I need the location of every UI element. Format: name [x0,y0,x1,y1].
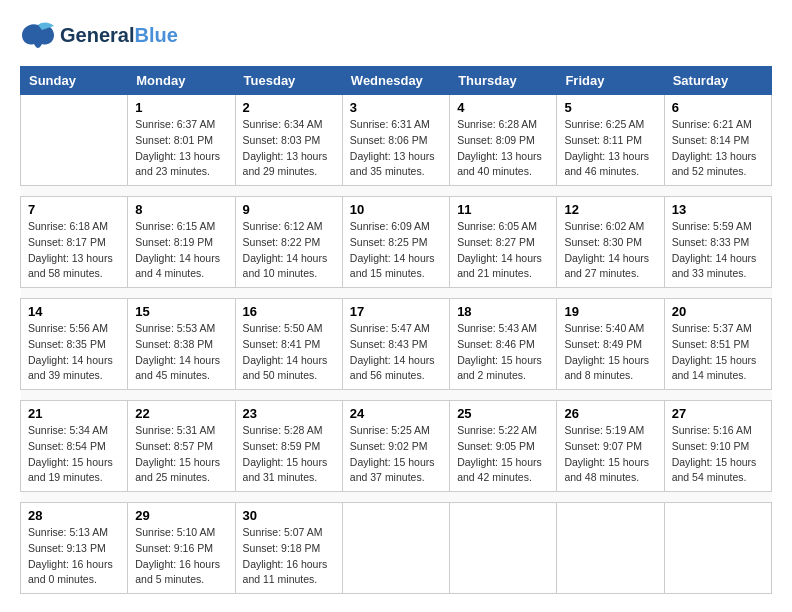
separator-cell [664,492,771,503]
day-number: 20 [672,304,764,319]
day-info: Sunrise: 5:40 AMSunset: 8:49 PMDaylight:… [564,321,656,384]
calendar-header-row: SundayMondayTuesdayWednesdayThursdayFrid… [21,67,772,95]
calendar-table: SundayMondayTuesdayWednesdayThursdayFrid… [20,66,772,594]
calendar-cell: 1Sunrise: 6:37 AMSunset: 8:01 PMDaylight… [128,95,235,186]
day-number: 19 [564,304,656,319]
day-info: Sunrise: 6:37 AMSunset: 8:01 PMDaylight:… [135,117,227,180]
separator-cell [664,186,771,197]
day-info: Sunrise: 5:22 AMSunset: 9:05 PMDaylight:… [457,423,549,486]
header-day-saturday: Saturday [664,67,771,95]
day-number: 15 [135,304,227,319]
day-number: 25 [457,406,549,421]
week-row-2: 7Sunrise: 6:18 AMSunset: 8:17 PMDaylight… [21,197,772,288]
week-separator [21,390,772,401]
separator-cell [664,288,771,299]
calendar-cell: 16Sunrise: 5:50 AMSunset: 8:41 PMDayligh… [235,299,342,390]
day-number: 14 [28,304,120,319]
separator-cell [128,492,235,503]
day-info: Sunrise: 5:16 AMSunset: 9:10 PMDaylight:… [672,423,764,486]
calendar-cell: 23Sunrise: 5:28 AMSunset: 8:59 PMDayligh… [235,401,342,492]
header-day-friday: Friday [557,67,664,95]
day-number: 2 [243,100,335,115]
calendar-cell: 6Sunrise: 6:21 AMSunset: 8:14 PMDaylight… [664,95,771,186]
separator-cell [450,492,557,503]
separator-cell [557,288,664,299]
day-info: Sunrise: 5:25 AMSunset: 9:02 PMDaylight:… [350,423,442,486]
day-info: Sunrise: 5:28 AMSunset: 8:59 PMDaylight:… [243,423,335,486]
day-info: Sunrise: 6:34 AMSunset: 8:03 PMDaylight:… [243,117,335,180]
day-info: Sunrise: 5:59 AMSunset: 8:33 PMDaylight:… [672,219,764,282]
week-separator [21,186,772,197]
day-info: Sunrise: 5:34 AMSunset: 8:54 PMDaylight:… [28,423,120,486]
calendar-cell: 12Sunrise: 6:02 AMSunset: 8:30 PMDayligh… [557,197,664,288]
day-number: 18 [457,304,549,319]
calendar-cell: 18Sunrise: 5:43 AMSunset: 8:46 PMDayligh… [450,299,557,390]
week-separator [21,492,772,503]
calendar-cell: 7Sunrise: 6:18 AMSunset: 8:17 PMDaylight… [21,197,128,288]
day-number: 27 [672,406,764,421]
day-number: 24 [350,406,442,421]
separator-cell [235,186,342,197]
day-number: 30 [243,508,335,523]
week-row-1: 1Sunrise: 6:37 AMSunset: 8:01 PMDaylight… [21,95,772,186]
calendar-cell: 25Sunrise: 5:22 AMSunset: 9:05 PMDayligh… [450,401,557,492]
day-info: Sunrise: 6:02 AMSunset: 8:30 PMDaylight:… [564,219,656,282]
calendar-cell: 14Sunrise: 5:56 AMSunset: 8:35 PMDayligh… [21,299,128,390]
calendar-cell: 5Sunrise: 6:25 AMSunset: 8:11 PMDaylight… [557,95,664,186]
calendar-cell: 19Sunrise: 5:40 AMSunset: 8:49 PMDayligh… [557,299,664,390]
day-info: Sunrise: 6:25 AMSunset: 8:11 PMDaylight:… [564,117,656,180]
day-number: 5 [564,100,656,115]
calendar-cell: 2Sunrise: 6:34 AMSunset: 8:03 PMDaylight… [235,95,342,186]
day-number: 4 [457,100,549,115]
day-number: 13 [672,202,764,217]
calendar-cell: 29Sunrise: 5:10 AMSunset: 9:16 PMDayligh… [128,503,235,594]
day-info: Sunrise: 6:15 AMSunset: 8:19 PMDaylight:… [135,219,227,282]
logo: GeneralBlue [20,20,178,50]
separator-cell [21,390,128,401]
day-info: Sunrise: 6:05 AMSunset: 8:27 PMDaylight:… [457,219,549,282]
day-info: Sunrise: 5:10 AMSunset: 9:16 PMDaylight:… [135,525,227,588]
separator-cell [235,492,342,503]
day-number: 8 [135,202,227,217]
calendar-cell [450,503,557,594]
separator-cell [128,288,235,299]
separator-cell [342,288,449,299]
separator-cell [21,288,128,299]
day-number: 1 [135,100,227,115]
calendar-cell: 10Sunrise: 6:09 AMSunset: 8:25 PMDayligh… [342,197,449,288]
day-number: 29 [135,508,227,523]
day-number: 3 [350,100,442,115]
header-day-thursday: Thursday [450,67,557,95]
header-day-tuesday: Tuesday [235,67,342,95]
separator-cell [235,288,342,299]
calendar-cell: 13Sunrise: 5:59 AMSunset: 8:33 PMDayligh… [664,197,771,288]
calendar-cell: 30Sunrise: 5:07 AMSunset: 9:18 PMDayligh… [235,503,342,594]
separator-cell [557,186,664,197]
separator-cell [21,492,128,503]
separator-cell [21,186,128,197]
calendar-cell: 27Sunrise: 5:16 AMSunset: 9:10 PMDayligh… [664,401,771,492]
day-number: 28 [28,508,120,523]
day-number: 21 [28,406,120,421]
header-day-wednesday: Wednesday [342,67,449,95]
day-number: 10 [350,202,442,217]
separator-cell [664,390,771,401]
header-day-sunday: Sunday [21,67,128,95]
calendar-cell: 8Sunrise: 6:15 AMSunset: 8:19 PMDaylight… [128,197,235,288]
day-info: Sunrise: 6:28 AMSunset: 8:09 PMDaylight:… [457,117,549,180]
calendar-cell: 4Sunrise: 6:28 AMSunset: 8:09 PMDaylight… [450,95,557,186]
page-header: GeneralBlue [20,20,772,50]
week-separator [21,288,772,299]
calendar-cell [342,503,449,594]
day-info: Sunrise: 6:09 AMSunset: 8:25 PMDaylight:… [350,219,442,282]
day-number: 12 [564,202,656,217]
calendar-cell [664,503,771,594]
week-row-3: 14Sunrise: 5:56 AMSunset: 8:35 PMDayligh… [21,299,772,390]
day-info: Sunrise: 5:56 AMSunset: 8:35 PMDaylight:… [28,321,120,384]
calendar-cell: 24Sunrise: 5:25 AMSunset: 9:02 PMDayligh… [342,401,449,492]
day-info: Sunrise: 5:43 AMSunset: 8:46 PMDaylight:… [457,321,549,384]
separator-cell [342,186,449,197]
calendar-cell [557,503,664,594]
day-info: Sunrise: 6:21 AMSunset: 8:14 PMDaylight:… [672,117,764,180]
separator-cell [450,288,557,299]
